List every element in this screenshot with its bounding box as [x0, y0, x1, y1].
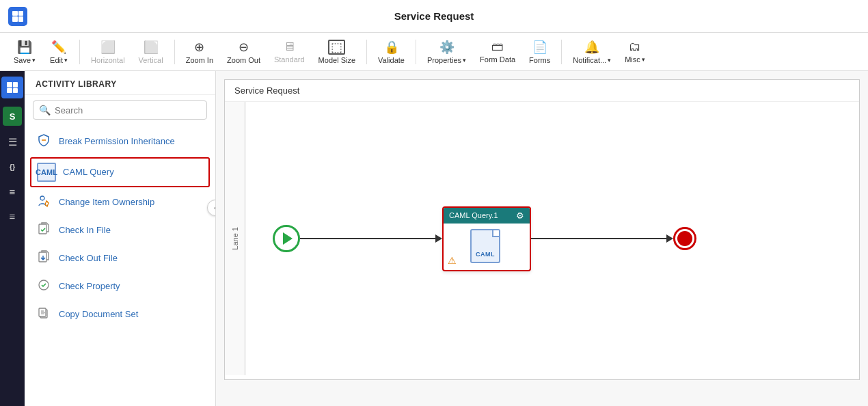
model-size-icon: ⬚ [328, 40, 345, 55]
canvas-container: Service Request Lane 1 [224, 79, 860, 380]
svg-rect-2 [39, 224, 46, 234]
check-property-label: Check Property [59, 281, 120, 293]
apps-grid-icon [7, 82, 18, 93]
vertical-icon: ⬜ [144, 40, 159, 55]
activity-node-header: CAML Query.1 ⚙ [444, 208, 530, 224]
notifications-label: Notificat... ▾ [573, 56, 611, 64]
search-icon: 🔍 [39, 105, 51, 116]
notifications-button[interactable]: 🔔 Notificat... ▾ [567, 37, 616, 67]
node-gear-icon[interactable]: ⚙ [516, 211, 524, 221]
list-item-check-in[interactable]: Check In File [25, 217, 215, 245]
form-data-button[interactable]: 🗃 Form Data [474, 37, 521, 66]
caml-query-node[interactable]: CAML Query.1 ⚙ CAML [442, 206, 531, 271]
diagram-flow: CAML Query.1 ⚙ CAML [259, 206, 845, 271]
properties-label: Properties ▾ [427, 56, 466, 64]
shield-icon [36, 133, 52, 150]
nav-sharepoint-button[interactable]: S [3, 107, 22, 126]
misc-label: Misc ▾ [625, 55, 645, 64]
connector-line-1 [300, 238, 435, 239]
zoom-out-icon: ⊖ [239, 40, 249, 55]
svg-point-1 [40, 196, 44, 200]
vertical-label: Vertical [139, 56, 163, 64]
zoom-in-button[interactable]: ⊕ Zoom In [180, 37, 219, 67]
search-box[interactable]: 🔍 [33, 100, 207, 120]
check-in-label: Check In File [59, 225, 111, 236]
validate-button[interactable]: 🔒 Validate [372, 37, 410, 67]
edit-icon: ✏️ [51, 40, 66, 55]
check-property-icon [36, 278, 52, 295]
separator-4 [416, 40, 416, 64]
activity-node-title: CAML Query.1 [449, 211, 498, 219]
check-out-label: Check Out File [59, 253, 118, 265]
vertical-button[interactable]: ⬜ Vertical [133, 37, 169, 67]
copy-doc-icon [36, 306, 52, 323]
save-button[interactable]: 💾 Save ▾ [8, 37, 41, 67]
standard-label: Standard [274, 55, 305, 64]
edit-button[interactable]: ✏️ Edit ▾ [44, 37, 74, 67]
arrow-1 [435, 234, 442, 243]
nav-text-button[interactable]: ≡ [1, 180, 23, 202]
arrow-2 [666, 234, 673, 243]
check-out-icon [36, 250, 52, 267]
zoom-in-label: Zoom In [186, 56, 213, 64]
edit-arrow: ▾ [64, 57, 68, 64]
caml-file-icon: CAML [470, 229, 503, 265]
model-size-label: Model Size [318, 56, 355, 64]
end-node[interactable] [673, 227, 696, 250]
activity-panel: ACTIVITY LIBRARY 🔍 Break Permission Inhe… [25, 71, 216, 406]
code-icon: {} [10, 163, 16, 171]
list-item-copy-doc[interactable]: Copy Document Set [25, 301, 215, 329]
standard-icon: 🖥 [283, 40, 295, 54]
activity-library-header: ACTIVITY LIBRARY [25, 71, 215, 95]
warning-icon: ⚠ [448, 255, 457, 266]
app-brand-icon[interactable] [8, 7, 27, 26]
break-permission-label: Break Permission Inheritance [59, 136, 175, 148]
check-in-icon [36, 222, 52, 239]
validate-label: Validate [378, 56, 405, 64]
list-icon: ☰ [8, 136, 17, 148]
play-icon [283, 232, 293, 245]
nav-code-button[interactable]: {} [1, 156, 23, 178]
copy-document-set-label: Copy Document Set [59, 309, 138, 321]
forms-icon: 📄 [532, 40, 547, 55]
list-item-caml[interactable]: CAML CAML Query [30, 157, 210, 187]
separator-5 [561, 40, 562, 64]
zoom-out-label: Zoom Out [227, 56, 260, 64]
nav-text2-button[interactable]: ≡ [1, 205, 23, 227]
properties-button[interactable]: ⚙️ Properties ▾ [422, 37, 472, 67]
properties-icon: ⚙️ [439, 40, 455, 55]
list-item-check-property[interactable]: Check Property [25, 273, 215, 301]
save-arrow: ▾ [32, 57, 36, 64]
notifications-icon: 🔔 [584, 40, 599, 55]
misc-button[interactable]: 🗂 Misc ▾ [619, 37, 651, 66]
zoom-out-button[interactable]: ⊖ Zoom Out [221, 37, 266, 67]
forms-button[interactable]: 📄 Forms [524, 37, 556, 67]
connector-line-2 [531, 238, 666, 239]
file-shape: CAML [470, 229, 500, 263]
change-item-ownership-label: Change Item Ownership [59, 197, 154, 208]
nav-apps-button[interactable] [1, 77, 23, 98]
misc-icon: 🗂 [629, 40, 641, 54]
lane-content: CAML Query.1 ⚙ CAML [245, 102, 859, 375]
horizontal-button[interactable]: ⬜ Horizontal [85, 37, 131, 67]
search-input[interactable] [55, 105, 201, 116]
start-node[interactable] [273, 225, 300, 252]
lane-1: Lane 1 [225, 102, 859, 375]
standard-button[interactable]: 🖥 Standard [269, 37, 310, 66]
activity-list: Break Permission Inheritance CAML CAML Q… [25, 125, 215, 406]
canvas-area: Service Request Lane 1 [216, 71, 868, 406]
save-label: Save ▾ [14, 56, 36, 64]
model-size-button[interactable]: ⬚ Model Size [313, 37, 361, 67]
text2-icon: ≡ [10, 211, 16, 222]
person-edit-icon [36, 194, 52, 211]
left-nav: S ☰ {} ≡ ≡ [0, 71, 25, 406]
list-item[interactable]: Break Permission Inheritance [25, 128, 215, 156]
horizontal-label: Horizontal [91, 56, 125, 64]
separator-3 [366, 40, 367, 64]
separator-1 [79, 40, 80, 64]
caml-file-label: CAML [472, 251, 499, 258]
list-item-change-ownership[interactable]: Change Item Ownership [25, 189, 215, 217]
nav-list-button[interactable]: ☰ [1, 131, 23, 153]
canvas-label: Service Request [225, 80, 859, 102]
list-item-check-out[interactable]: Check Out File [25, 245, 215, 273]
